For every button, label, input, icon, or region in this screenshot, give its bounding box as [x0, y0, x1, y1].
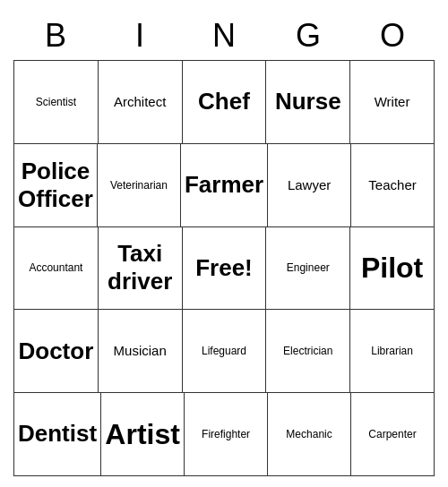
cell-label: Scientist	[36, 96, 76, 108]
cell-label: Dentist	[18, 420, 97, 448]
bingo-cell: Scientist	[14, 61, 99, 144]
bingo-cell: Engineer	[266, 227, 350, 311]
cell-label: Lawyer	[288, 177, 331, 193]
cell-label: Pilot	[361, 251, 423, 285]
bingo-cell: Free!	[183, 227, 267, 311]
cell-label: Farmer	[185, 171, 263, 199]
header-letter: O	[350, 11, 435, 60]
bingo-header: BINGO	[13, 11, 435, 60]
bingo-cell: Firefighter	[185, 393, 268, 476]
header-letter: N	[182, 11, 266, 60]
bingo-cell: Pilot	[350, 227, 435, 311]
bingo-cell: Nurse	[266, 61, 350, 144]
bingo-card: BINGO ScientistArchitectChefNurseWriterP…	[13, 11, 435, 476]
bingo-cell: Librarian	[350, 310, 435, 393]
cell-label: Free!	[195, 254, 253, 282]
cell-label: Police Officer	[18, 158, 93, 213]
cell-label: Teacher	[368, 177, 416, 193]
cell-label: Electrician	[283, 345, 332, 357]
cell-label: Veterinarian	[110, 179, 168, 192]
header-letter: B	[13, 11, 98, 60]
bingo-cell: Farmer	[181, 144, 268, 227]
bingo-cell: Dentist	[14, 393, 101, 476]
bingo-cell: Architect	[99, 61, 183, 144]
cell-label: Doctor	[19, 337, 94, 365]
bingo-cell: Teacher	[351, 144, 435, 227]
bingo-row: Police OfficerVeterinarianFarmerLawyerTe…	[14, 144, 435, 227]
bingo-cell: Lawyer	[268, 144, 351, 227]
bingo-cell: Writer	[350, 61, 435, 144]
bingo-row: AccountantTaxi driverFree!EngineerPilot	[14, 227, 435, 311]
cell-label: Lifeguard	[202, 345, 246, 357]
header-letter: G	[266, 11, 350, 60]
bingo-cell: Carpenter	[351, 393, 435, 476]
cell-label: Engineer	[287, 261, 330, 274]
bingo-row: DoctorMusicianLifeguardElectricianLibrar…	[14, 310, 435, 393]
cell-label: Mechanic	[286, 428, 332, 440]
cell-label: Carpenter	[368, 428, 416, 440]
cell-label: Firefighter	[202, 428, 250, 440]
bingo-grid: ScientistArchitectChefNurseWriterPolice …	[13, 60, 435, 476]
cell-label: Librarian	[371, 345, 413, 357]
bingo-row: DentistArtistFirefighterMechanicCarpente…	[14, 393, 435, 476]
bingo-cell: Veterinarian	[98, 144, 181, 227]
cell-label: Taxi driver	[108, 240, 172, 295]
bingo-cell: Musician	[99, 310, 183, 393]
bingo-cell: Chef	[183, 61, 267, 144]
bingo-row: ScientistArchitectChefNurseWriter	[14, 61, 435, 144]
cell-label: Chef	[198, 88, 250, 115]
bingo-cell: Electrician	[266, 310, 350, 393]
bingo-cell: Police Officer	[14, 144, 98, 227]
cell-label: Nurse	[275, 88, 341, 115]
bingo-cell: Taxi driver	[99, 227, 183, 311]
bingo-cell: Lifeguard	[183, 310, 267, 393]
cell-label: Architect	[114, 94, 166, 110]
cell-label: Musician	[114, 343, 167, 359]
bingo-cell: Accountant	[14, 227, 99, 311]
header-letter: I	[98, 11, 182, 60]
bingo-cell: Mechanic	[268, 393, 351, 476]
cell-label: Artist	[105, 417, 180, 451]
bingo-cell: Artist	[101, 393, 185, 476]
bingo-cell: Doctor	[14, 310, 99, 393]
cell-label: Accountant	[29, 261, 82, 274]
cell-label: Writer	[375, 94, 410, 110]
